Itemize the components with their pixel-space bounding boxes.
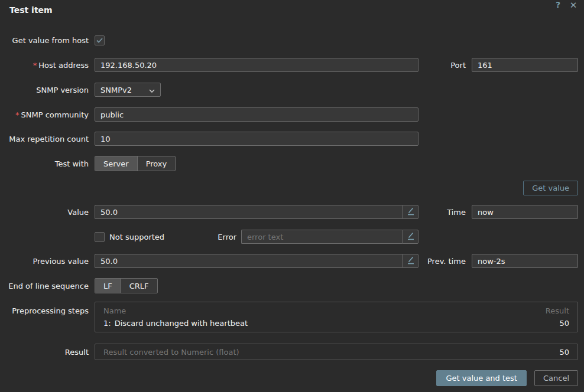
test-with-label: Test with <box>0 159 89 168</box>
value-editor-button[interactable] <box>403 205 418 219</box>
result-value: 50 <box>559 348 569 357</box>
preprocessing-header: Name Result <box>95 305 577 317</box>
dialog-footer: Get value and test Cancel <box>0 370 578 386</box>
pencil-icon <box>407 232 415 242</box>
port-input[interactable] <box>472 58 578 72</box>
not-supported-label: Not supported <box>109 233 164 241</box>
close-icon[interactable]: ✕ <box>568 0 579 11</box>
row-previous-value: Previous value Prev. time <box>0 254 578 268</box>
port-label: Port <box>424 61 466 70</box>
value-input[interactable] <box>95 205 403 219</box>
row-test-with: Test with Server Proxy <box>0 156 578 171</box>
eol-option-crlf[interactable]: CRLF <box>121 279 157 293</box>
error-label: Error <box>218 233 236 241</box>
preprocessing-table: Name Result 1:Discard unchanged with hea… <box>95 302 578 332</box>
previous-value-input-group <box>95 254 418 268</box>
test-item-dialog: Test item ? ✕ Get value from host *Host … <box>0 0 584 392</box>
test-with-option-server[interactable]: Server <box>95 156 137 171</box>
snmp-version-select[interactable]: SNMPv2 <box>95 83 161 97</box>
row-snmp-community: *SNMP community <box>0 107 578 122</box>
chevron-down-icon <box>149 86 155 94</box>
prev-time-label: Prev. time <box>424 257 466 266</box>
get-value-from-host-checkbox[interactable] <box>95 35 105 45</box>
max-repetition-count-input[interactable] <box>95 132 418 146</box>
previous-value-editor-button[interactable] <box>403 254 418 268</box>
time-label: Time <box>424 208 466 217</box>
error-input[interactable] <box>241 230 403 244</box>
get-value-and-test-button[interactable]: Get value and test <box>436 370 527 386</box>
test-with-option-proxy[interactable]: Proxy <box>137 156 176 171</box>
time-input[interactable] <box>472 205 578 219</box>
row-value: Value Time <box>0 205 578 219</box>
row-snmp-version: SNMP version SNMPv2 <box>0 83 578 97</box>
error-input-group <box>241 230 418 244</box>
pencil-icon <box>407 207 415 217</box>
cancel-button[interactable]: Cancel <box>534 370 578 386</box>
row-end-of-line-sequence: End of line sequence LF CRLF <box>0 278 578 293</box>
snmp-community-input[interactable] <box>95 107 418 122</box>
previous-value-input[interactable] <box>95 254 403 268</box>
end-of-line-sequence-label: End of line sequence <box>0 282 89 290</box>
preprocessing-col-result: Result <box>546 306 569 315</box>
step-number: 1: <box>103 319 111 328</box>
result-box: Result converted to Numeric (float) 50 <box>95 344 578 360</box>
required-asterisk: * <box>15 110 20 119</box>
test-with-segmented: Server Proxy <box>95 156 176 171</box>
row-result: Result Result converted to Numeric (floa… <box>0 344 578 360</box>
preprocessing-step-row: 1:Discard unchanged with heartbeat 50 <box>95 317 577 329</box>
host-address-input[interactable] <box>95 58 418 72</box>
value-label: Value <box>0 208 89 217</box>
snmp-community-label: *SNMP community <box>0 110 89 119</box>
error-editor-button[interactable] <box>403 230 418 244</box>
get-value-from-host-label: Get value from host <box>0 36 89 45</box>
preprocessing-step-name: 1:Discard unchanged with heartbeat <box>103 319 559 328</box>
preprocessing-step-result: 50 <box>559 319 569 328</box>
row-not-supported-error: Not supported Error <box>0 230 578 244</box>
checkmark-icon <box>96 38 103 43</box>
row-max-repetition-count: Max repetition count <box>0 132 578 146</box>
row-host-address: *Host address Port <box>0 58 578 72</box>
result-text: Result converted to Numeric (float) <box>103 348 559 357</box>
row-get-value: Get value <box>0 181 578 195</box>
help-icon[interactable]: ? <box>553 0 563 11</box>
preprocessing-steps-label: Preprocessing steps <box>0 302 89 315</box>
not-supported-checkbox[interactable] <box>95 232 105 242</box>
row-preprocessing-steps: Preprocessing steps Name Result 1:Discar… <box>0 302 578 332</box>
snmp-version-label: SNMP version <box>0 86 89 94</box>
required-asterisk: * <box>33 61 37 70</box>
eol-segmented: LF CRLF <box>95 278 158 293</box>
snmp-version-selected: SNMPv2 <box>100 86 149 94</box>
prev-time-input[interactable] <box>472 254 578 268</box>
max-repetition-count-label: Max repetition count <box>0 135 89 143</box>
host-address-label: *Host address <box>0 61 89 70</box>
eol-option-lf[interactable]: LF <box>95 279 121 293</box>
previous-value-label: Previous value <box>0 257 89 266</box>
dialog-title: Test item <box>9 5 53 15</box>
value-input-group <box>95 205 418 219</box>
preprocessing-col-name: Name <box>103 306 546 315</box>
get-value-button[interactable]: Get value <box>523 181 578 195</box>
result-label: Result <box>0 348 89 357</box>
row-get-value-from-host: Get value from host <box>0 35 578 45</box>
pencil-icon <box>407 256 415 266</box>
